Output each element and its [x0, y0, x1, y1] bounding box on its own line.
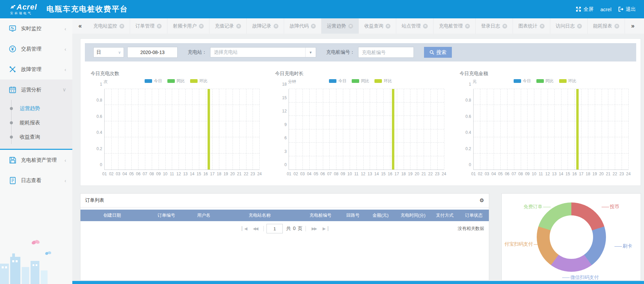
previous-page-button[interactable]: ◀◀: [253, 226, 258, 231]
column-header-充电时间(分): 充电时间(分): [395, 212, 430, 218]
date-input[interactable]: [127, 47, 178, 58]
legend-swatch: [559, 79, 567, 83]
legend-item-今日[interactable]: 今日: [514, 78, 531, 84]
gridline: [404, 89, 404, 170]
tab-登录日志[interactable]: 登录日志✕: [476, 18, 513, 34]
sidebar-subitem-能耗报表[interactable]: 能耗报表: [0, 116, 72, 130]
tab-运营趋势[interactable]: 运营趋势✕: [321, 18, 359, 34]
tab-close-icon[interactable]: ✕: [119, 24, 124, 29]
next-page-button[interactable]: ▶▶: [312, 226, 316, 231]
order-list-title: 订单列表: [85, 197, 104, 203]
tab-站点管理[interactable]: 站点管理✕: [396, 18, 434, 34]
legend-item-同比[interactable]: 同比: [167, 78, 185, 84]
tab-故障记录[interactable]: 故障记录✕: [247, 18, 284, 34]
gridline: [474, 89, 628, 89]
period-select[interactable]: 日 ∨: [93, 47, 124, 57]
tab-收益查询[interactable]: 收益查询✕: [359, 18, 396, 34]
fullscreen-button[interactable]: 全屏: [576, 6, 593, 13]
logout-button[interactable]: 退出: [618, 6, 636, 13]
legend-item-环比[interactable]: 环比: [374, 78, 392, 84]
tab-close-icon[interactable]: ✕: [199, 24, 204, 29]
search-button[interactable]: 搜索: [424, 47, 452, 58]
tab-close-icon[interactable]: ✕: [465, 24, 470, 29]
gear-icon[interactable]: ⚙: [480, 197, 484, 203]
label-leader-line: [562, 278, 570, 278]
tab-label: 图表统计: [518, 23, 537, 29]
gridline: [514, 89, 514, 170]
chevron-down-icon: ▼: [305, 48, 316, 57]
legend-item-今日[interactable]: 今日: [329, 78, 346, 84]
tab-close-icon[interactable]: ✕: [502, 24, 507, 29]
sidebar-item-日志查看[interactable]: 日志查看‹: [0, 170, 72, 191]
tab-label: 能耗报表: [593, 23, 612, 29]
chart-legend: 今日同比环比: [89, 78, 263, 84]
x-axis-tick-label: 01: [471, 172, 476, 176]
tab-访问日志[interactable]: 访问日志✕: [550, 18, 588, 34]
legend-item-环比[interactable]: 环比: [190, 78, 207, 84]
first-page-button[interactable]: ▏◀: [242, 226, 246, 231]
tab-图表统计[interactable]: 图表统计✕: [513, 18, 550, 34]
gridline: [370, 89, 370, 170]
sidebar-subitem-收益查询[interactable]: 收益查询: [0, 130, 72, 144]
last-page-button[interactable]: ▶▕: [323, 226, 327, 231]
close-operations-menu[interactable]: 关闭操作: [641, 18, 644, 34]
tab-close-icon[interactable]: ✕: [157, 24, 162, 29]
sidebar-item-故障管理[interactable]: 故障管理‹: [0, 59, 72, 79]
tabs-scroll-left-button[interactable]: «: [72, 18, 88, 34]
tabs-scroll-right-button[interactable]: »: [625, 18, 641, 34]
column-header-用户名: 用户名: [189, 212, 219, 218]
tab-close-icon[interactable]: ✕: [423, 24, 428, 29]
fullscreen-label: 全屏: [583, 6, 593, 13]
column-header-充电桩编号: 充电桩编号: [300, 212, 341, 218]
main-content: 日 ∨ 充电站： 选择充电站 ▼ 充电桩编号： 搜索 今日充电次数次今日同比环比…: [72, 34, 644, 284]
legend-item-同比[interactable]: 同比: [536, 78, 554, 84]
tab-充电桩管理[interactable]: 充电桩管理✕: [434, 18, 476, 34]
station-select[interactable]: 选择充电站 ▼: [210, 47, 316, 57]
donut-label-text: 免费订单: [523, 204, 542, 209]
pile-number-input[interactable]: [358, 47, 414, 58]
username: acrel: [600, 6, 611, 12]
page-title: 电瓶车充电桩收费平台: [47, 4, 128, 14]
gridline: [622, 89, 622, 170]
tab-射频卡用户[interactable]: 射频卡用户✕: [167, 18, 209, 34]
tab-close-icon[interactable]: ✕: [348, 24, 353, 29]
y-axis-tick-label: 1: [469, 82, 471, 87]
tab-close-icon[interactable]: ✕: [614, 24, 619, 29]
bar-环比[interactable]: [576, 89, 579, 170]
gridline: [480, 89, 480, 170]
tab-close-icon[interactable]: ✕: [386, 24, 390, 29]
sidebar-item-label: 日志查看: [21, 177, 41, 184]
legend-swatch: [536, 79, 544, 83]
payment-method-donut-chart[interactable]: [537, 202, 606, 272]
tab-能耗报表[interactable]: 能耗报表✕: [588, 18, 625, 34]
donut-label-text: 刷卡: [623, 243, 632, 249]
bar-环比[interactable]: [207, 89, 210, 170]
legend-item-环比[interactable]: 环比: [559, 78, 576, 84]
sidebar-item-充电桩资产管理[interactable]: 充电桩资产管理‹: [0, 150, 72, 170]
label-leader-line: [534, 244, 541, 245]
tab-close-icon[interactable]: ✕: [577, 24, 582, 29]
tab-close-icon[interactable]: ✕: [274, 24, 278, 29]
sidebar-item-交易管理[interactable]: 交易管理‹: [0, 39, 72, 59]
sidebar-item-运营分析[interactable]: 运营分析∨: [0, 79, 72, 100]
bar-环比[interactable]: [392, 89, 394, 170]
sidebar-item-实时监控[interactable]: 实时监控‹: [0, 18, 72, 39]
tab-故障代码[interactable]: 故障代码✕: [284, 18, 321, 34]
tab-充电站监控[interactable]: 充电站监控✕: [88, 18, 130, 34]
tab-close-icon[interactable]: ✕: [540, 24, 545, 29]
page-number-input[interactable]: [266, 224, 283, 233]
legend-item-今日[interactable]: 今日: [145, 78, 162, 84]
x-axis-tick-label: 22: [613, 172, 617, 176]
tab-订单管理[interactable]: 订单管理✕: [130, 18, 167, 34]
legend-item-同比[interactable]: 同比: [352, 78, 369, 84]
user-menu[interactable]: acrel: [600, 6, 611, 12]
x-axis-tick-label: 12: [545, 172, 550, 176]
x-axis-tick-label: 05: [314, 172, 318, 176]
tab-close-icon[interactable]: ✕: [311, 24, 316, 29]
x-axis-tick-label: 16: [572, 172, 577, 176]
tab-close-icon[interactable]: ✕: [236, 24, 241, 29]
tab-label: 充电桩管理: [439, 23, 463, 29]
tab-充值记录[interactable]: 充值记录✕: [209, 18, 247, 34]
sidebar-subitem-运营趋势[interactable]: 运营趋势: [0, 101, 72, 116]
x-axis-tick-label: 24: [442, 172, 446, 176]
